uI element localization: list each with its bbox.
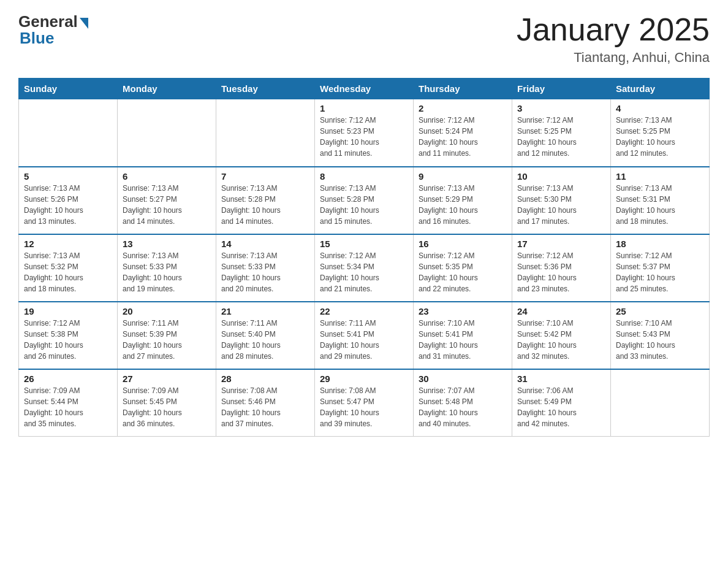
day-info: Sunrise: 7:07 AM Sunset: 5:48 PM Dayligh… — [419, 385, 507, 429]
calendar-cell: 11Sunrise: 7:13 AM Sunset: 5:31 PM Dayli… — [611, 167, 710, 234]
weekday-header-monday: Monday — [118, 79, 216, 99]
weekday-header-thursday: Thursday — [414, 79, 512, 99]
day-info: Sunrise: 7:10 AM Sunset: 5:41 PM Dayligh… — [419, 318, 507, 362]
calendar-cell — [611, 369, 710, 437]
day-info: Sunrise: 7:12 AM Sunset: 5:24 PM Dayligh… — [419, 115, 507, 159]
calendar-cell: 21Sunrise: 7:11 AM Sunset: 5:40 PM Dayli… — [216, 302, 315, 369]
day-info: Sunrise: 7:11 AM Sunset: 5:41 PM Dayligh… — [320, 318, 408, 362]
day-number: 25 — [616, 306, 704, 316]
day-info: Sunrise: 7:08 AM Sunset: 5:46 PM Dayligh… — [221, 385, 309, 429]
page-header: General Blue January 2025 Tiantang, Anhu… — [18, 12, 710, 66]
calendar-week-row: 5Sunrise: 7:13 AM Sunset: 5:26 PM Daylig… — [19, 167, 710, 234]
weekday-header-tuesday: Tuesday — [216, 79, 315, 99]
logo-blue-text: Blue — [20, 29, 54, 48]
calendar-cell: 6Sunrise: 7:13 AM Sunset: 5:27 PM Daylig… — [118, 167, 216, 234]
day-info: Sunrise: 7:13 AM Sunset: 5:30 PM Dayligh… — [517, 183, 605, 227]
day-info: Sunrise: 7:12 AM Sunset: 5:35 PM Dayligh… — [419, 250, 507, 294]
weekday-header-friday: Friday — [512, 79, 611, 99]
day-number: 9 — [419, 171, 507, 182]
day-number: 2 — [419, 103, 507, 113]
day-info: Sunrise: 7:12 AM Sunset: 5:38 PM Dayligh… — [24, 318, 112, 362]
day-number: 26 — [24, 373, 112, 384]
day-info: Sunrise: 7:12 AM Sunset: 5:23 PM Dayligh… — [320, 115, 408, 159]
day-number: 13 — [123, 239, 211, 249]
day-info: Sunrise: 7:13 AM Sunset: 5:26 PM Dayligh… — [24, 183, 112, 227]
calendar-cell: 19Sunrise: 7:12 AM Sunset: 5:38 PM Dayli… — [19, 302, 118, 369]
day-info: Sunrise: 7:12 AM Sunset: 5:36 PM Dayligh… — [517, 250, 605, 294]
day-number: 18 — [616, 239, 704, 249]
day-info: Sunrise: 7:13 AM Sunset: 5:33 PM Dayligh… — [221, 250, 309, 294]
calendar-week-row: 19Sunrise: 7:12 AM Sunset: 5:38 PM Dayli… — [19, 302, 710, 369]
day-number: 11 — [616, 171, 704, 182]
day-number: 24 — [517, 306, 605, 316]
day-number: 21 — [221, 306, 309, 316]
logo: General Blue — [18, 12, 88, 48]
title-block: January 2025 Tiantang, Anhui, China — [517, 12, 710, 66]
calendar-cell: 23Sunrise: 7:10 AM Sunset: 5:41 PM Dayli… — [414, 302, 512, 369]
calendar-cell — [19, 99, 118, 167]
day-number: 19 — [24, 306, 112, 316]
day-info: Sunrise: 7:09 AM Sunset: 5:44 PM Dayligh… — [24, 385, 112, 429]
day-number: 8 — [320, 171, 408, 182]
day-number: 12 — [24, 239, 112, 249]
calendar-title: January 2025 — [517, 12, 710, 47]
calendar-cell: 9Sunrise: 7:13 AM Sunset: 5:29 PM Daylig… — [414, 167, 512, 234]
calendar-cell: 14Sunrise: 7:13 AM Sunset: 5:33 PM Dayli… — [216, 234, 315, 302]
day-number: 10 — [517, 171, 605, 182]
weekday-header-wednesday: Wednesday — [315, 79, 414, 99]
day-number: 22 — [320, 306, 408, 316]
day-number: 7 — [221, 171, 309, 182]
day-info: Sunrise: 7:13 AM Sunset: 5:28 PM Dayligh… — [221, 183, 309, 227]
day-number: 14 — [221, 239, 309, 249]
day-number: 31 — [517, 373, 605, 384]
calendar-cell: 2Sunrise: 7:12 AM Sunset: 5:24 PM Daylig… — [414, 99, 512, 167]
calendar-cell: 15Sunrise: 7:12 AM Sunset: 5:34 PM Dayli… — [315, 234, 414, 302]
calendar-cell: 7Sunrise: 7:13 AM Sunset: 5:28 PM Daylig… — [216, 167, 315, 234]
calendar-cell: 17Sunrise: 7:12 AM Sunset: 5:36 PM Dayli… — [512, 234, 611, 302]
calendar-table: SundayMondayTuesdayWednesdayThursdayFrid… — [18, 78, 710, 437]
day-number: 20 — [123, 306, 211, 316]
day-info: Sunrise: 7:13 AM Sunset: 5:28 PM Dayligh… — [320, 183, 408, 227]
calendar-week-row: 26Sunrise: 7:09 AM Sunset: 5:44 PM Dayli… — [19, 369, 710, 437]
calendar-cell — [216, 99, 315, 167]
day-number: 15 — [320, 239, 408, 249]
day-number: 27 — [123, 373, 211, 384]
day-info: Sunrise: 7:10 AM Sunset: 5:42 PM Dayligh… — [517, 318, 605, 362]
calendar-cell: 30Sunrise: 7:07 AM Sunset: 5:48 PM Dayli… — [414, 369, 512, 437]
weekday-header-sunday: Sunday — [19, 79, 118, 99]
calendar-cell: 1Sunrise: 7:12 AM Sunset: 5:23 PM Daylig… — [315, 99, 414, 167]
day-info: Sunrise: 7:06 AM Sunset: 5:49 PM Dayligh… — [517, 385, 605, 429]
day-info: Sunrise: 7:13 AM Sunset: 5:31 PM Dayligh… — [616, 183, 704, 227]
day-info: Sunrise: 7:11 AM Sunset: 5:40 PM Dayligh… — [221, 318, 309, 362]
day-info: Sunrise: 7:11 AM Sunset: 5:39 PM Dayligh… — [123, 318, 211, 362]
day-number: 29 — [320, 373, 408, 384]
calendar-week-row: 12Sunrise: 7:13 AM Sunset: 5:32 PM Dayli… — [19, 234, 710, 302]
day-info: Sunrise: 7:08 AM Sunset: 5:47 PM Dayligh… — [320, 385, 408, 429]
calendar-cell: 5Sunrise: 7:13 AM Sunset: 5:26 PM Daylig… — [19, 167, 118, 234]
calendar-cell: 8Sunrise: 7:13 AM Sunset: 5:28 PM Daylig… — [315, 167, 414, 234]
day-info: Sunrise: 7:12 AM Sunset: 5:34 PM Dayligh… — [320, 250, 408, 294]
calendar-cell — [118, 99, 216, 167]
day-info: Sunrise: 7:12 AM Sunset: 5:37 PM Dayligh… — [616, 250, 704, 294]
weekday-header-saturday: Saturday — [611, 79, 710, 99]
calendar-week-row: 1Sunrise: 7:12 AM Sunset: 5:23 PM Daylig… — [19, 99, 710, 167]
day-info: Sunrise: 7:13 AM Sunset: 5:27 PM Dayligh… — [123, 183, 211, 227]
calendar-cell: 12Sunrise: 7:13 AM Sunset: 5:32 PM Dayli… — [19, 234, 118, 302]
calendar-cell: 13Sunrise: 7:13 AM Sunset: 5:33 PM Dayli… — [118, 234, 216, 302]
calendar-cell: 4Sunrise: 7:13 AM Sunset: 5:25 PM Daylig… — [611, 99, 710, 167]
day-number: 6 — [123, 171, 211, 182]
day-number: 17 — [517, 239, 605, 249]
calendar-cell: 24Sunrise: 7:10 AM Sunset: 5:42 PM Dayli… — [512, 302, 611, 369]
day-info: Sunrise: 7:13 AM Sunset: 5:32 PM Dayligh… — [24, 250, 112, 294]
day-info: Sunrise: 7:09 AM Sunset: 5:45 PM Dayligh… — [123, 385, 211, 429]
calendar-cell: 26Sunrise: 7:09 AM Sunset: 5:44 PM Dayli… — [19, 369, 118, 437]
logo-arrow-icon — [80, 18, 88, 29]
calendar-cell: 20Sunrise: 7:11 AM Sunset: 5:39 PM Dayli… — [118, 302, 216, 369]
day-info: Sunrise: 7:13 AM Sunset: 5:25 PM Dayligh… — [616, 115, 704, 159]
day-number: 1 — [320, 103, 408, 113]
day-info: Sunrise: 7:10 AM Sunset: 5:43 PM Dayligh… — [616, 318, 704, 362]
day-number: 28 — [221, 373, 309, 384]
day-number: 5 — [24, 171, 112, 182]
calendar-cell: 27Sunrise: 7:09 AM Sunset: 5:45 PM Dayli… — [118, 369, 216, 437]
day-number: 4 — [616, 103, 704, 113]
